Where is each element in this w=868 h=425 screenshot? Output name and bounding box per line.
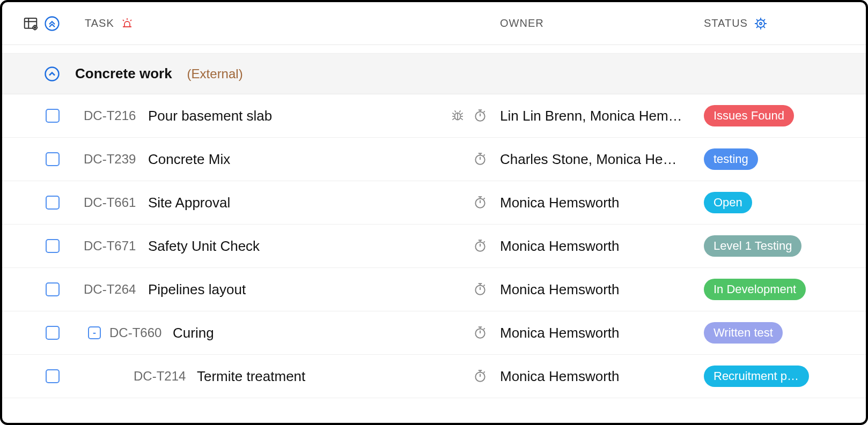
group-tag: (External) <box>187 66 243 81</box>
task-row[interactable]: DC-T264Pipelines layout Monica Hemsworth… <box>2 268 866 311</box>
task-list: DC-T216Pour basement slab Lin Lin Brenn,… <box>2 94 866 398</box>
svg-line-39 <box>484 111 485 112</box>
task-row-icons <box>439 196 487 210</box>
task-column-header[interactable]: TASK <box>85 17 134 30</box>
timer-icon[interactable] <box>473 196 487 210</box>
task-owner: Monica Hemsworth <box>500 238 688 255</box>
status-badge[interactable]: In Development <box>704 279 806 300</box>
task-checkbox[interactable] <box>46 152 60 166</box>
svg-line-44 <box>484 154 485 155</box>
owner-header-label: OWNER <box>500 17 544 29</box>
task-title[interactable]: Concrete Mix <box>148 151 230 168</box>
task-row-icons <box>439 326 487 340</box>
svg-line-59 <box>484 285 485 286</box>
task-checkbox[interactable] <box>46 326 60 340</box>
task-owner: Charles Stone, Monica Hemsworth <box>500 151 688 168</box>
status-badge[interactable]: Issues Found <box>704 105 794 126</box>
task-id: DC-T661 <box>84 195 136 210</box>
task-title[interactable]: Curing <box>173 325 214 341</box>
task-owner: Monica Hemsworth <box>500 195 688 211</box>
svg-line-49 <box>484 198 485 199</box>
task-title[interactable]: Safety Unit Check <box>148 238 260 255</box>
status-badge[interactable]: testing <box>704 148 758 170</box>
table-settings-icon[interactable] <box>23 16 39 32</box>
svg-point-60 <box>475 329 484 338</box>
header-spacer <box>2 45 866 54</box>
task-checkbox[interactable] <box>46 369 60 383</box>
task-owner: Monica Hemsworth <box>500 281 688 298</box>
expand-toggle-icon[interactable]: - <box>88 326 101 339</box>
task-row-icons <box>439 369 487 383</box>
task-row-icons <box>439 152 487 166</box>
task-id: DC-T660 <box>109 325 161 340</box>
status-badge[interactable]: Level 1 Testing <box>704 235 801 257</box>
task-checkbox[interactable] <box>46 109 60 123</box>
status-gear-icon[interactable] <box>754 17 767 30</box>
task-title[interactable]: Pipelines layout <box>148 281 246 298</box>
timer-icon[interactable] <box>473 152 487 166</box>
svg-line-13 <box>130 20 131 21</box>
task-checkbox[interactable] <box>46 282 60 296</box>
svg-point-35 <box>475 111 484 121</box>
timer-icon[interactable] <box>473 326 487 340</box>
task-id: DC-T214 <box>134 369 186 384</box>
svg-line-54 <box>484 241 485 242</box>
bug-icon[interactable] <box>451 109 465 123</box>
svg-point-4 <box>34 27 36 28</box>
svg-point-24 <box>46 67 59 80</box>
header-left-controls <box>23 16 60 32</box>
svg-line-32 <box>460 118 462 120</box>
task-header-label: TASK <box>85 17 114 29</box>
task-id: DC-T216 <box>84 108 136 123</box>
svg-line-28 <box>460 113 462 115</box>
timer-icon[interactable] <box>473 369 487 383</box>
task-id: DC-T671 <box>84 238 136 253</box>
group-row[interactable]: Concrete work (External) <box>2 54 866 94</box>
status-badge[interactable]: Recruitment process <box>704 366 809 387</box>
timer-icon[interactable] <box>473 282 487 296</box>
status-header-label: STATUS <box>704 17 748 29</box>
svg-point-15 <box>760 23 762 25</box>
group-title: Concrete work <box>75 65 172 82</box>
svg-line-33 <box>455 110 456 112</box>
timer-icon[interactable] <box>473 239 487 253</box>
task-row[interactable]: DC-T661Site Approval Monica HemsworthOpe… <box>2 181 866 225</box>
timer-icon[interactable] <box>473 109 487 123</box>
svg-line-22 <box>763 19 765 21</box>
owner-column-header[interactable]: OWNER <box>500 17 544 29</box>
task-owner: Lin Lin Brenn, Monica Hemsworth <box>500 108 688 124</box>
task-row-icons <box>439 282 487 296</box>
status-badge[interactable]: Open <box>704 192 752 213</box>
task-owner: Monica Hemsworth <box>500 368 688 385</box>
svg-line-69 <box>484 371 485 372</box>
task-checkbox[interactable] <box>46 239 60 253</box>
collapse-all-icon[interactable] <box>44 16 60 32</box>
svg-point-55 <box>475 285 484 294</box>
svg-line-21 <box>763 26 765 28</box>
group-collapse-icon[interactable] <box>44 66 60 82</box>
task-title[interactable]: Termite treatment <box>197 368 305 385</box>
svg-line-12 <box>123 20 124 21</box>
task-row[interactable]: DC-T216Pour basement slab Lin Lin Brenn,… <box>2 94 866 138</box>
svg-line-34 <box>459 110 460 112</box>
task-title[interactable]: Site Approval <box>148 195 230 211</box>
status-column-header[interactable]: STATUS <box>704 17 767 30</box>
task-row[interactable]: DC-T239Concrete Mix Charles Stone, Monic… <box>2 138 866 181</box>
task-id: DC-T264 <box>84 282 136 297</box>
task-checkbox[interactable] <box>46 196 60 210</box>
task-row-icons <box>439 109 487 123</box>
task-owner: Monica Hemsworth <box>500 325 688 341</box>
svg-point-65 <box>475 372 484 381</box>
svg-line-23 <box>756 26 758 28</box>
svg-line-31 <box>452 118 454 120</box>
table-header: TASK OWNER STATUS <box>2 2 866 45</box>
task-row[interactable]: -DC-T660Curing Monica HemsworthWritten t… <box>2 311 866 355</box>
svg-point-14 <box>757 20 764 27</box>
task-row[interactable]: DC-T671Safety Unit Check Monica Hemswort… <box>2 225 866 268</box>
task-row[interactable]: DC-T214Termite treatment Monica Hemswort… <box>2 355 866 398</box>
status-badge[interactable]: Written test <box>704 322 783 344</box>
task-title[interactable]: Pour basement slab <box>148 108 272 124</box>
alert-siren-icon <box>121 17 134 30</box>
svg-line-27 <box>452 113 454 115</box>
svg-line-64 <box>484 328 485 329</box>
